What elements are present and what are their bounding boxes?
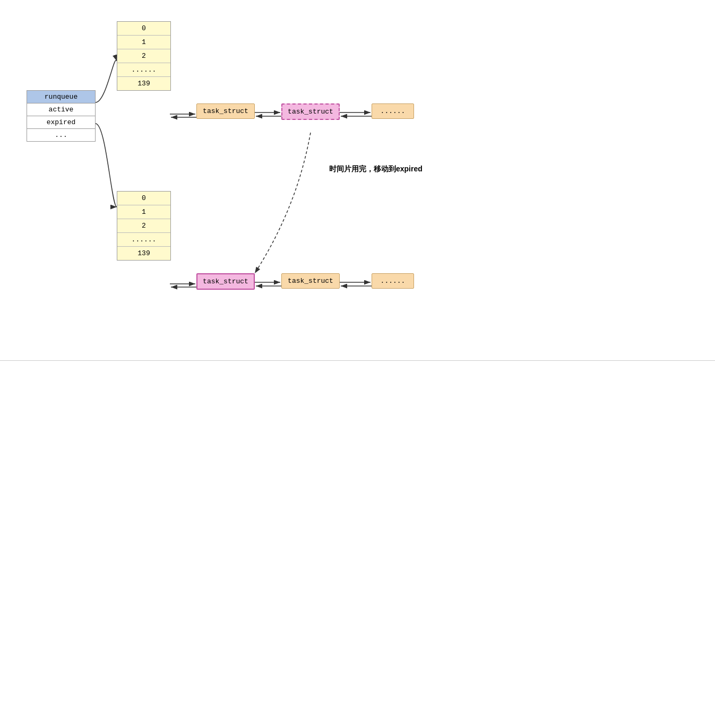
prio-cell-dots-top: ......: [117, 63, 170, 77]
expired-task1-highlight: task_struct: [196, 273, 255, 290]
dots-row-top: ...: [27, 129, 95, 141]
active-task3-dots: ......: [372, 103, 414, 119]
section-bottom: runqueue active expired ... 0 1 2 ......…: [0, 361, 715, 728]
exp-prio-cell-2-top: 2: [117, 219, 170, 233]
active-task1: task_struct: [196, 103, 255, 119]
active-row-top: active: [27, 103, 95, 116]
expired-row-top: expired: [27, 116, 95, 129]
exp-prio-cell-1-top: 1: [117, 205, 170, 219]
expired-prio-array-top: 0 1 2 ...... 139: [117, 191, 171, 261]
section-top: runqueue active expired ... 0 1 2 ......…: [0, 0, 715, 361]
active-prio-array-top: 0 1 2 ...... 139: [117, 21, 171, 91]
prio-cell-2-top: 2: [117, 49, 170, 63]
arrows-section2: [0, 722, 715, 728]
annotation-section1: 时间片用完，移动到expired: [329, 164, 423, 174]
prio-cell-0-top: 0: [117, 22, 170, 36]
prio-cell-139-top: 139: [117, 77, 170, 90]
expired-task2: task_struct: [281, 273, 340, 289]
prio-cell-1-top: 1: [117, 36, 170, 49]
runqueue-box-top: runqueue active expired ...: [27, 90, 96, 142]
exp-prio-cell-139-top: 139: [117, 247, 170, 260]
expired-task3-dots: ......: [372, 273, 414, 289]
exp-prio-cell-0-top: 0: [117, 192, 170, 205]
active-task2-highlight: task_struct: [281, 103, 340, 120]
runqueue-title-top: runqueue: [27, 91, 95, 103]
arrows-section1: [0, 0, 715, 361]
exp-prio-cell-dots-top: ......: [117, 233, 170, 247]
